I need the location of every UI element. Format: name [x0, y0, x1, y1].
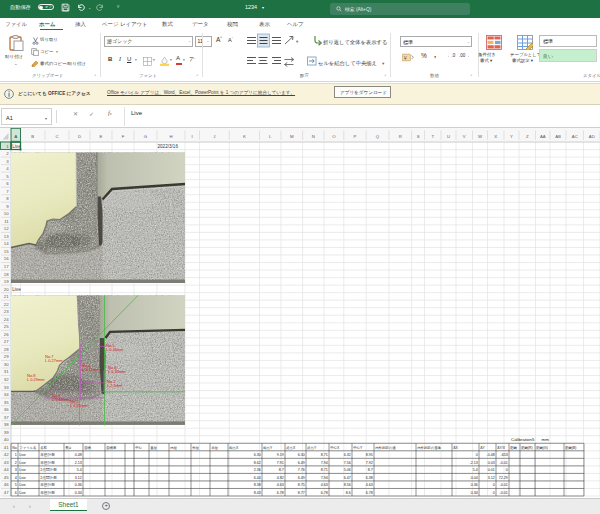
svg-text:37: 37 [4, 415, 9, 420]
svg-text:31: 31 [4, 369, 9, 374]
svg-text:33: 33 [4, 385, 9, 390]
svg-text:L 0.45mm: L 0.45mm [70, 403, 88, 408]
svg-text:17: 17 [4, 264, 9, 269]
svg-text:8.43: 8.43 [254, 491, 261, 495]
svg-text:AB: AB [555, 134, 561, 139]
svg-text:A: A [14, 134, 17, 139]
svg-text:折り返して全体を表示する: 折り返して全体を表示する [323, 39, 387, 46]
svg-text:0: 0 [493, 491, 495, 495]
svg-text:L 5.46mm: L 5.46mm [52, 397, 70, 402]
svg-text:6.49: 6.49 [298, 461, 305, 465]
svg-text:8.71: 8.71 [321, 468, 328, 472]
svg-text:0.34: 0.34 [75, 491, 82, 495]
svg-text:J: J [213, 134, 215, 139]
svg-text:中心: 中心 [135, 445, 142, 450]
svg-text:名前: 名前 [40, 446, 47, 450]
svg-text:AA: AA [540, 134, 546, 139]
svg-text:X: X [494, 134, 497, 139]
svg-text:6.49: 6.49 [298, 476, 305, 480]
svg-text:V: V [463, 134, 466, 139]
svg-text:外径: 外径 [192, 445, 199, 450]
svg-text:72.29: 72.29 [499, 476, 508, 480]
svg-text:7.76: 7.76 [298, 468, 305, 472]
svg-text:6.44: 6.44 [254, 476, 261, 480]
svg-text:47: 47 [4, 490, 9, 495]
svg-text:2.36: 2.36 [254, 468, 261, 472]
svg-text:終点X: 終点X [285, 446, 296, 450]
svg-text:-0.01: -0.01 [499, 461, 507, 465]
svg-text:20: 20 [4, 287, 9, 292]
svg-text:S: S [417, 134, 420, 139]
svg-text:34: 34 [4, 392, 9, 397]
svg-text:I: I [192, 134, 193, 139]
svg-text:0.04: 0.04 [471, 476, 478, 480]
svg-text:内外判定の基準: 内外判定の基準 [417, 445, 441, 450]
svg-text:▾: ▾ [296, 39, 299, 44]
svg-text:T: T [431, 134, 434, 139]
svg-text:AC: AC [572, 134, 578, 139]
svg-text:43: 43 [4, 460, 9, 465]
svg-text:0.34: 0.34 [471, 491, 478, 495]
svg-text:長さ: 長さ [65, 445, 72, 450]
svg-text:D: D [78, 134, 81, 139]
svg-text:▾: ▾ [382, 61, 385, 66]
svg-text:44: 44 [4, 467, 9, 472]
svg-text:2点間計測: 2点間計測 [40, 467, 57, 472]
svg-text:0.36: 0.36 [75, 483, 82, 487]
svg-text:Live: Live [19, 468, 26, 472]
svg-text:-2.13: -2.13 [469, 461, 477, 465]
svg-text:始点X: 始点X [229, 445, 239, 450]
svg-text:6.78: 6.78 [321, 491, 328, 495]
svg-text:半径計測: 半径計測 [40, 490, 55, 495]
svg-text:8.38: 8.38 [254, 483, 261, 487]
svg-text:8.77: 8.77 [298, 491, 305, 495]
svg-text:Live: Live [19, 491, 26, 495]
svg-text:15: 15 [4, 249, 9, 254]
svg-text:Live: Live [19, 453, 26, 457]
svg-text:11: 11 [4, 219, 9, 224]
svg-text:半径計測: 半径計測 [40, 482, 55, 487]
svg-text:F: F [122, 134, 125, 139]
svg-text:Y: Y [510, 134, 513, 139]
svg-text:N: N [312, 134, 315, 139]
svg-text:Live: Live [12, 144, 21, 149]
svg-text:7.56: 7.56 [344, 461, 351, 465]
svg-text:ΔY/X: ΔY/X [497, 446, 505, 450]
svg-text:Live: Live [12, 287, 21, 292]
svg-text:P: P [354, 134, 357, 139]
svg-text:30: 30 [4, 362, 9, 367]
svg-text:内外判定の値: 内外判定の値 [375, 445, 396, 450]
svg-text:16: 16 [4, 256, 9, 261]
svg-text:6.30: 6.30 [254, 453, 261, 457]
svg-text:9.19: 9.19 [277, 453, 284, 457]
svg-text:半径計測: 半径計測 [40, 460, 55, 465]
svg-text:21: 21 [4, 294, 9, 299]
svg-text:Z: Z [526, 134, 529, 139]
svg-text:距離(G): 距離(G) [536, 446, 548, 450]
svg-text:4.63: 4.63 [277, 483, 284, 487]
svg-text:4: 4 [15, 476, 17, 480]
svg-text:0.01: 0.01 [488, 468, 495, 472]
svg-text:5: 5 [15, 483, 17, 487]
svg-text:7.92: 7.92 [366, 461, 373, 465]
svg-text:AD: AD [589, 134, 595, 139]
svg-text:4.63: 4.63 [321, 483, 328, 487]
svg-text:5.4: 5.4 [77, 468, 82, 472]
svg-text:42: 42 [4, 452, 9, 457]
svg-text:B: B [31, 134, 34, 139]
svg-text:8.7: 8.7 [368, 468, 373, 472]
svg-text:M: M [290, 134, 294, 139]
svg-text:39: 39 [4, 430, 9, 435]
svg-text:内径: 内径 [170, 446, 177, 450]
svg-text:L 0.29mm: L 0.29mm [27, 377, 45, 382]
svg-text:2: 2 [15, 461, 17, 465]
svg-text:8.95: 8.95 [366, 453, 373, 457]
svg-text:半径: 半径 [211, 446, 218, 450]
svg-text:ΔY: ΔY [480, 446, 485, 450]
svg-text:3: 3 [15, 468, 17, 472]
svg-text:0.03: 0.03 [488, 461, 495, 465]
svg-text:8.75: 8.75 [298, 483, 305, 487]
svg-text:Calibration5: Calibration5 [511, 437, 535, 442]
svg-text:38: 38 [4, 422, 9, 427]
svg-text:18: 18 [4, 272, 9, 277]
